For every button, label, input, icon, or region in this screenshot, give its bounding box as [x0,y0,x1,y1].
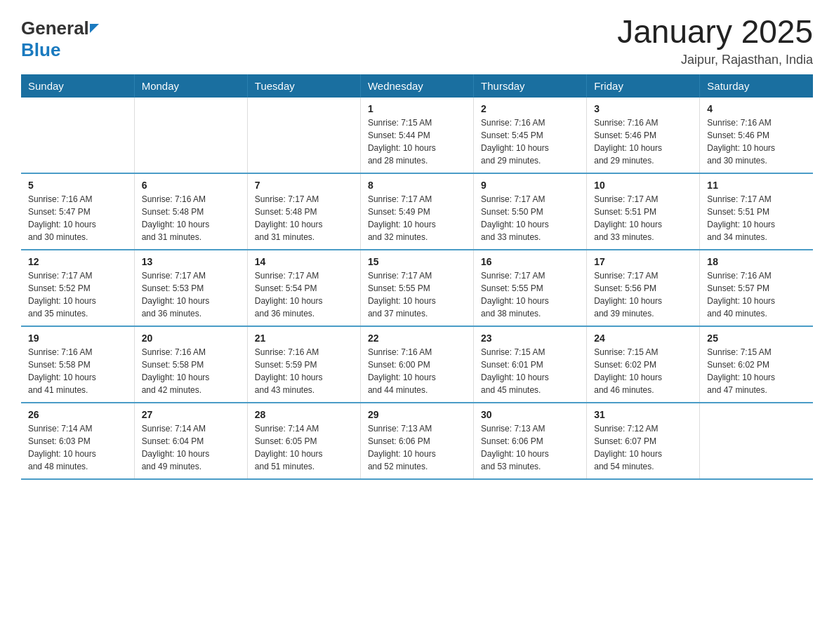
column-header-monday: Monday [134,74,247,98]
day-info: Sunrise: 7:16 AM Sunset: 5:58 PM Dayligh… [142,346,240,396]
day-number: 6 [142,180,240,191]
day-info: Sunrise: 7:16 AM Sunset: 5:48 PM Dayligh… [142,193,240,243]
day-number: 26 [28,409,127,420]
day-cell [134,98,247,173]
day-info: Sunrise: 7:17 AM Sunset: 5:53 PM Dayligh… [142,269,240,320]
day-number: 23 [481,333,579,344]
day-info: Sunrise: 7:16 AM Sunset: 6:00 PM Dayligh… [368,346,466,396]
day-number: 11 [707,180,806,191]
day-number: 30 [481,409,579,420]
day-cell: 6Sunrise: 7:16 AM Sunset: 5:48 PM Daylig… [134,173,247,250]
column-header-wednesday: Wednesday [360,74,473,98]
day-cell: 12Sunrise: 7:17 AM Sunset: 5:52 PM Dayli… [21,250,134,326]
day-cell: 16Sunrise: 7:17 AM Sunset: 5:55 PM Dayli… [474,250,587,326]
day-cell: 5Sunrise: 7:16 AM Sunset: 5:47 PM Daylig… [21,173,134,250]
day-cell: 15Sunrise: 7:17 AM Sunset: 5:55 PM Dayli… [360,250,473,326]
day-info: Sunrise: 7:14 AM Sunset: 6:03 PM Dayligh… [28,422,127,473]
day-cell: 23Sunrise: 7:15 AM Sunset: 6:01 PM Dayli… [474,326,587,403]
day-info: Sunrise: 7:17 AM Sunset: 5:55 PM Dayligh… [481,269,579,320]
day-cell: 19Sunrise: 7:16 AM Sunset: 5:58 PM Dayli… [21,326,134,403]
day-cell: 28Sunrise: 7:14 AM Sunset: 6:05 PM Dayli… [247,403,360,479]
day-info: Sunrise: 7:17 AM Sunset: 5:54 PM Dayligh… [255,269,353,320]
day-info: Sunrise: 7:12 AM Sunset: 6:07 PM Dayligh… [594,422,692,473]
day-cell: 20Sunrise: 7:16 AM Sunset: 5:58 PM Dayli… [134,326,247,403]
day-info: Sunrise: 7:16 AM Sunset: 5:47 PM Dayligh… [28,193,127,243]
day-info: Sunrise: 7:17 AM Sunset: 5:51 PM Dayligh… [594,193,692,243]
day-number: 12 [28,256,127,267]
day-cell: 29Sunrise: 7:13 AM Sunset: 6:06 PM Dayli… [360,403,473,479]
day-cell: 2Sunrise: 7:16 AM Sunset: 5:45 PM Daylig… [474,98,587,173]
day-number: 16 [481,256,579,267]
day-cell: 17Sunrise: 7:17 AM Sunset: 5:56 PM Dayli… [587,250,700,326]
day-info: Sunrise: 7:16 AM Sunset: 5:46 PM Dayligh… [594,116,692,167]
day-cell: 27Sunrise: 7:14 AM Sunset: 6:04 PM Dayli… [134,403,247,479]
day-cell: 31Sunrise: 7:12 AM Sunset: 6:07 PM Dayli… [587,403,700,479]
column-header-saturday: Saturday [700,74,813,98]
day-number: 29 [368,409,466,420]
week-row-3: 12Sunrise: 7:17 AM Sunset: 5:52 PM Dayli… [21,250,813,326]
calendar-table: SundayMondayTuesdayWednesdayThursdayFrid… [21,74,813,480]
day-number: 2 [481,103,579,114]
day-cell: 24Sunrise: 7:15 AM Sunset: 6:02 PM Dayli… [587,326,700,403]
day-cell [21,98,134,173]
day-cell: 21Sunrise: 7:16 AM Sunset: 5:59 PM Dayli… [247,326,360,403]
day-number: 22 [368,333,466,344]
day-cell: 13Sunrise: 7:17 AM Sunset: 5:53 PM Dayli… [134,250,247,326]
day-cell: 25Sunrise: 7:15 AM Sunset: 6:02 PM Dayli… [700,326,813,403]
day-number: 31 [594,409,692,420]
day-number: 15 [368,256,466,267]
week-row-2: 5Sunrise: 7:16 AM Sunset: 5:47 PM Daylig… [21,173,813,250]
logo: General Blue [21,14,99,61]
logo-arrow-icon [90,24,99,33]
day-cell: 18Sunrise: 7:16 AM Sunset: 5:57 PM Dayli… [700,250,813,326]
day-cell [247,98,360,173]
day-cell: 30Sunrise: 7:13 AM Sunset: 6:06 PM Dayli… [474,403,587,479]
day-number: 21 [255,333,353,344]
day-info: Sunrise: 7:15 AM Sunset: 5:44 PM Dayligh… [368,116,466,167]
day-number: 9 [481,180,579,191]
day-cell [700,403,813,479]
day-info: Sunrise: 7:15 AM Sunset: 6:02 PM Dayligh… [594,346,692,396]
day-info: Sunrise: 7:13 AM Sunset: 6:06 PM Dayligh… [481,422,579,473]
day-number: 13 [142,256,240,267]
day-number: 7 [255,180,353,191]
title-block: January 2025 Jaipur, Rajasthan, India [617,14,813,67]
day-cell: 8Sunrise: 7:17 AM Sunset: 5:49 PM Daylig… [360,173,473,250]
day-cell: 3Sunrise: 7:16 AM Sunset: 5:46 PM Daylig… [587,98,700,173]
day-info: Sunrise: 7:14 AM Sunset: 6:04 PM Dayligh… [142,422,240,473]
calendar-header: SundayMondayTuesdayWednesdayThursdayFrid… [21,74,813,98]
day-info: Sunrise: 7:17 AM Sunset: 5:49 PM Dayligh… [368,193,466,243]
day-cell: 1Sunrise: 7:15 AM Sunset: 5:44 PM Daylig… [360,98,473,173]
day-number: 27 [142,409,240,420]
day-number: 18 [707,256,806,267]
column-header-sunday: Sunday [21,74,134,98]
day-number: 20 [142,333,240,344]
day-info: Sunrise: 7:16 AM Sunset: 5:45 PM Dayligh… [481,116,579,167]
day-cell: 7Sunrise: 7:17 AM Sunset: 5:48 PM Daylig… [247,173,360,250]
day-info: Sunrise: 7:16 AM Sunset: 5:57 PM Dayligh… [707,269,806,320]
day-number: 24 [594,333,692,344]
month-title: January 2025 [617,14,813,50]
day-number: 4 [707,103,806,114]
day-cell: 14Sunrise: 7:17 AM Sunset: 5:54 PM Dayli… [247,250,360,326]
day-number: 17 [594,256,692,267]
day-cell: 11Sunrise: 7:17 AM Sunset: 5:51 PM Dayli… [700,173,813,250]
day-number: 8 [368,180,466,191]
day-cell: 22Sunrise: 7:16 AM Sunset: 6:00 PM Dayli… [360,326,473,403]
day-cell: 4Sunrise: 7:16 AM Sunset: 5:46 PM Daylig… [700,98,813,173]
day-cell: 26Sunrise: 7:14 AM Sunset: 6:03 PM Dayli… [21,403,134,479]
logo-general-text: General [21,18,89,39]
day-info: Sunrise: 7:17 AM Sunset: 5:51 PM Dayligh… [707,193,806,243]
logo-blue-text: Blue [21,39,60,60]
day-number: 3 [594,103,692,114]
location-text: Jaipur, Rajasthan, India [617,53,813,67]
day-info: Sunrise: 7:15 AM Sunset: 6:01 PM Dayligh… [481,346,579,396]
day-number: 10 [594,180,692,191]
day-cell: 9Sunrise: 7:17 AM Sunset: 5:50 PM Daylig… [474,173,587,250]
day-number: 5 [28,180,127,191]
day-info: Sunrise: 7:14 AM Sunset: 6:05 PM Dayligh… [255,422,353,473]
day-number: 28 [255,409,353,420]
page-header: General Blue January 2025 Jaipur, Rajast… [21,14,813,67]
day-info: Sunrise: 7:15 AM Sunset: 6:02 PM Dayligh… [707,346,806,396]
day-info: Sunrise: 7:16 AM Sunset: 5:46 PM Dayligh… [707,116,806,167]
